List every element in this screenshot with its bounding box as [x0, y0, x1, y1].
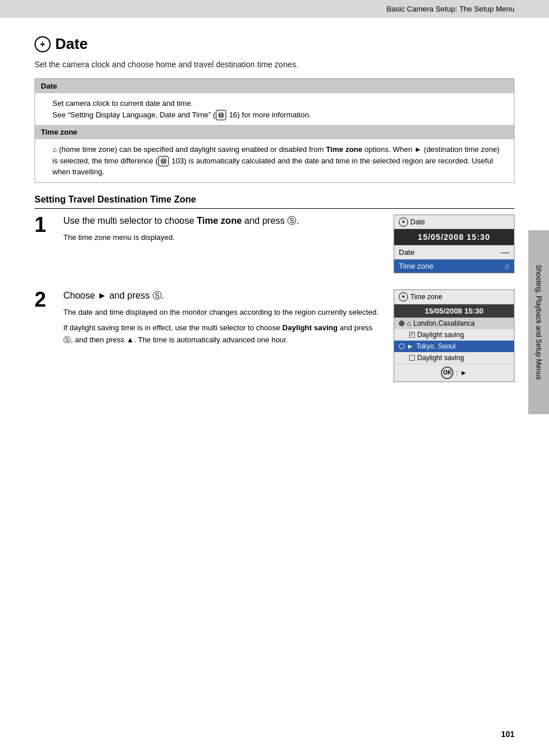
cam2-daylight1-label: Daylight saving [417, 331, 464, 339]
cam2-radio-london [399, 320, 405, 326]
cam2-header: + Time zone [394, 290, 514, 304]
ref-icon-103: Ⓜ [158, 156, 169, 166]
cam2-home-icon: ⌂ [407, 319, 411, 327]
cam2-footer-arrow: ► [460, 369, 467, 377]
cam2-radio-tokyo [399, 343, 405, 349]
cam1-row-timezone: Time zone ⌂ [394, 259, 514, 273]
sidebar: Shooting, Playback and Setup Menus [528, 230, 549, 414]
ref-icon-16: Ⓜ [216, 110, 226, 120]
step-2: 2 Choose ► and press Ⓢ. The date and tim… [35, 289, 514, 382]
cam2-daylight2-row: Daylight saving [394, 352, 514, 364]
cam2-london-row: ⌂ London,Casablanca [394, 318, 514, 329]
cam1-row-date-right: –– [501, 248, 509, 257]
cam2-checkbox-daylight1 [409, 332, 415, 338]
page-header: Basic Camera Setup: The Setup Menu [0, 0, 549, 18]
cam1-date: 15/05/2008 15:30 [394, 229, 514, 245]
camera-screen-2: + Time zone 15/05/2008 15:30 ⌂ London,Ca… [394, 289, 514, 382]
table-content-date: Set camera clock to current date and tim… [35, 93, 514, 125]
step-1-title: Use the multi selector to choose Time zo… [63, 215, 382, 227]
cam2-footer: OK : ► [394, 364, 514, 381]
cam2-ok-btn: OK [441, 366, 453, 379]
page-title: Date [55, 35, 87, 53]
camera-screen-1: + Date 15/05/2008 15:30 Date –– Time zon… [394, 215, 514, 273]
step-2-desc2: If daylight saving time is in effect, us… [63, 322, 382, 346]
date-icon: + [35, 36, 51, 52]
cam2-daylight2-label: Daylight saving [417, 354, 464, 362]
cam1-row-tz-right: ⌂ [505, 262, 509, 270]
header-title: Basic Camera Setup: The Setup Menu [387, 5, 514, 13]
cam2-daylight1-row: Daylight saving [394, 329, 514, 341]
cam1-label: Date [410, 218, 425, 226]
table-header-date: Date [35, 79, 514, 93]
section-heading: Setting Travel Destination Time Zone [35, 194, 514, 209]
cam2-dest-icon: ► [407, 342, 414, 350]
table-header-timezone: Time zone [35, 125, 514, 139]
cam2-footer-sep: : [456, 369, 458, 377]
intro-text: Set the camera clock and choose home and… [35, 60, 514, 69]
cam1-header: + Date [394, 215, 514, 229]
table-content-timezone: ⌂ (home time zone) can be specified and … [35, 139, 514, 182]
page-number: 101 [501, 730, 514, 739]
step-2-number: 2 [35, 289, 52, 310]
step-2-content: Choose ► and press Ⓢ. The date and time … [63, 289, 382, 350]
cam1-row-tz-label: Time zone [399, 262, 433, 270]
step-1-number: 1 [35, 215, 52, 235]
cam2-tokyo-label: Tokyo, Seoul [416, 342, 456, 350]
main-content: + Date Set the camera clock and choose h… [0, 18, 549, 415]
cam1-row-date: Date –– [394, 245, 514, 259]
step-1-desc: The time zone menu is displayed. [63, 232, 382, 244]
cam1-icon: + [399, 217, 408, 227]
cam2-date: 15/05/2008 15:30 [394, 304, 514, 318]
sidebar-text: Shooting, Playback and Setup Menus [535, 265, 543, 380]
cam2-tokyo-row: ► Tokyo, Seoul [394, 341, 514, 352]
step-1: 1 Use the multi selector to choose Time … [35, 215, 514, 273]
cam2-checkbox-daylight2 [409, 355, 415, 361]
cam2-london-label: London,Casablanca [413, 319, 475, 327]
cam2-icon: + [399, 292, 408, 301]
step-2-desc1: The date and time displayed on the monit… [63, 307, 382, 319]
cam2-label: Time zone [410, 293, 443, 301]
info-table: Date Set camera clock to current date an… [35, 78, 514, 183]
step-2-title: Choose ► and press Ⓢ. [63, 289, 382, 302]
page-title-row: + Date [35, 35, 514, 53]
step-1-content: Use the multi selector to choose Time zo… [63, 215, 382, 247]
cam1-row-date-label: Date [399, 248, 414, 257]
